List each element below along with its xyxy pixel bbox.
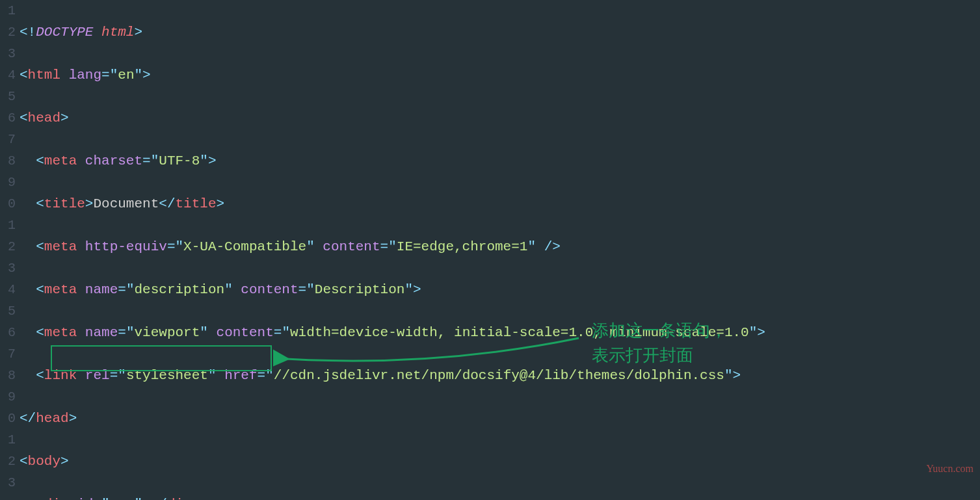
code-area[interactable]: <!DOCTYPE html> <html lang="en"> <head> … (20, 0, 980, 500)
line-number: 0 (0, 408, 16, 429)
line-number: 9 (0, 172, 16, 193)
line-number: 3 (0, 472, 16, 493)
code-line[interactable]: <meta http-equiv="X-UA-Compatible" conte… (20, 236, 980, 257)
code-line[interactable]: <div id="app"></div> (20, 493, 980, 500)
code-line[interactable]: <head> (20, 107, 980, 129)
line-number: 7 (0, 343, 16, 365)
line-number: 4 (0, 64, 16, 86)
line-number: 8 (0, 365, 16, 386)
line-number: 8 (0, 150, 16, 172)
code-line[interactable]: <body> (20, 451, 980, 472)
line-number: 3 (0, 43, 16, 64)
line-number: 2 (0, 21, 16, 43)
line-number: 6 (0, 107, 16, 129)
line-number: 7 (0, 129, 16, 150)
line-number: 9 (0, 386, 16, 408)
line-number: 1 (0, 429, 16, 451)
line-number: 1 (0, 0, 16, 21)
line-number: 3 (0, 257, 16, 279)
code-line[interactable]: <meta name="viewport" content="width=dev… (20, 322, 980, 343)
line-number: 2 (0, 236, 16, 257)
line-number: 6 (0, 322, 16, 343)
code-line[interactable]: <meta name="description" content="Descri… (20, 279, 980, 300)
line-number: 2 (0, 451, 16, 472)
line-number: 5 (0, 300, 16, 322)
code-line[interactable]: <html lang="en"> (20, 64, 980, 86)
code-line[interactable]: </head> (20, 408, 980, 429)
line-number-gutter: 1 2 3 4 5 6 7 8 9 0 1 2 3 4 5 6 7 8 9 0 … (0, 0, 20, 500)
code-editor[interactable]: 1 2 3 4 5 6 7 8 9 0 1 2 3 4 5 6 7 8 9 0 … (0, 0, 980, 500)
code-line[interactable]: <meta charset="UTF-8"> (20, 150, 980, 172)
line-number: 4 (0, 279, 16, 300)
code-line[interactable]: <!DOCTYPE html> (20, 21, 980, 43)
line-number: 5 (0, 86, 16, 107)
line-number: 1 (0, 215, 16, 236)
line-number: 0 (0, 193, 16, 215)
code-line[interactable]: <title>Document</title> (20, 193, 980, 215)
code-line[interactable]: <link rel="stylesheet" href="//cdn.jsdel… (20, 365, 980, 386)
